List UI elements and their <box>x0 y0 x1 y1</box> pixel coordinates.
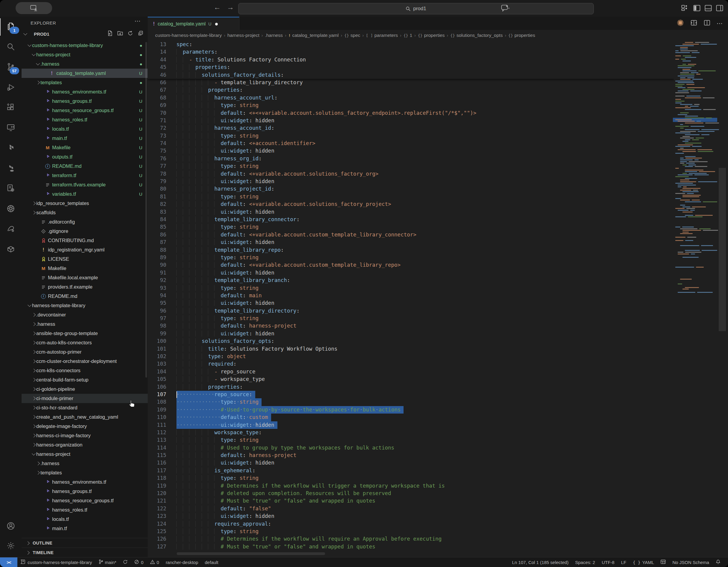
toggle-secondary-sidebar-button[interactable] <box>715 4 724 13</box>
activity-source-control-button[interactable]: 57 <box>0 59 22 76</box>
code-area[interactable]: 13spec:14 parameters:44 - title: Solutio… <box>148 41 674 551</box>
status-eol[interactable]: LF <box>621 560 626 565</box>
toggle-panel-button[interactable] <box>704 4 712 13</box>
nav-back-button[interactable]: ← <box>212 3 222 11</box>
breadcrumb--harness[interactable]: .harness <box>265 33 283 38</box>
status-remote-indicator[interactable]: >< <box>0 557 17 567</box>
sidebar-scrollbar[interactable] <box>145 42 147 378</box>
tree-item-idp-registration-mgr-yaml[interactable]: !idp_registration_mgr.yaml <box>22 245 148 254</box>
activity-settings-gear-button[interactable] <box>0 538 22 555</box>
tree-item-main-tf[interactable]: main.tfU <box>22 134 148 143</box>
collapse-folders-button[interactable] <box>138 30 144 37</box>
breadcrumb-parameters[interactable]: [ ]parameters <box>366 33 398 38</box>
tree-item-makefile-local-example[interactable]: Makefile.local.example <box>22 273 148 282</box>
activity-account-button[interactable] <box>0 518 22 535</box>
tree-item-templates[interactable]: templates● <box>22 78 148 87</box>
explorer-more-actions[interactable]: ⋯ <box>135 17 141 25</box>
tree-item-harness-project[interactable]: harness-project <box>22 450 148 459</box>
tree-item-contributing-md[interactable]: CONTRIBUTING.md <box>22 236 148 245</box>
tree-item-terraform-tfvars-example[interactable]: terraform.tfvars.exampleU <box>22 180 148 189</box>
status-encoding[interactable]: UTF-8 <box>602 560 614 565</box>
tree-item-harness-groups-tf[interactable]: harness_groups.tfU <box>22 96 148 106</box>
tree-item-variables-tf[interactable]: variables.tfU <box>22 189 148 199</box>
status-workspace[interactable]: custom-harness-template-library <box>21 559 92 565</box>
breadcrumb-1[interactable]: {}1 <box>404 33 412 38</box>
activity-extensions-button[interactable] <box>0 99 22 117</box>
command-center-search[interactable]: prod1 <box>238 3 594 14</box>
new-folder-button[interactable] <box>117 30 123 37</box>
activity-search-button[interactable] <box>0 39 22 56</box>
tree-item-readme-md[interactable]: iREADME.md <box>22 292 148 301</box>
tree-item-ccm-cluster-orchestrator-deployment[interactable]: ccm-cluster-orchestrator-deployment <box>22 357 148 366</box>
customize-layout-button[interactable] <box>681 4 689 13</box>
outline-panel-header[interactable]: OUTLINE <box>22 538 148 548</box>
tree-item-ansible-step-group-template[interactable]: ansible-step-group-template <box>22 329 148 338</box>
tree-item--harness[interactable]: .harness● <box>22 59 148 69</box>
status-table-view[interactable] <box>661 560 666 565</box>
breadcrumb-properties[interactable]: {}properties <box>508 33 535 38</box>
tree-item-main-tf[interactable]: main.tf <box>22 524 148 533</box>
nav-forward-button[interactable]: → <box>225 3 235 11</box>
activity-containers-button[interactable] <box>0 241 22 258</box>
screen-share-indicator[interactable] <box>16 2 52 14</box>
tree-item-harness-environments-tf[interactable]: harness_environments.tf <box>22 477 148 487</box>
tree-item-harness-roles-tf[interactable]: harness_roles.tf <box>22 505 148 515</box>
tree-item-readme-md[interactable]: iREADME.mdU <box>22 161 148 171</box>
activity-remote-explorer-button[interactable] <box>0 120 22 137</box>
tree-item-harness-groups-tf[interactable]: harness_groups.tf <box>22 487 148 496</box>
tree-item-ci-golden-pipeline[interactable]: ci-golden-pipeline <box>22 385 148 394</box>
split-editor-icon[interactable] <box>703 19 711 28</box>
tree-item-custom-harness-template-library[interactable]: custom-harness-template-library● <box>22 41 148 50</box>
tree-item--devcontainer[interactable]: .devcontainer <box>22 310 148 320</box>
activity-infra-file-button[interactable] <box>0 180 22 197</box>
editor-horizontal-scrollbar[interactable] <box>177 552 325 555</box>
tree-item-outputs-tf[interactable]: outputs.tfU <box>22 152 148 161</box>
status-rancher[interactable]: rancher-desktop <box>166 560 198 565</box>
tree-item-central-build-farm-setup[interactable]: central-build-farm-setup <box>22 375 148 385</box>
breadcrumb-catalog-template-yaml[interactable]: !catalog_template.yaml <box>289 33 339 38</box>
tree-item-locals-tf[interactable]: locals.tfU <box>22 124 148 134</box>
new-file-button[interactable] <box>107 30 113 37</box>
timeline-panel-header[interactable]: TIMELINE <box>22 548 148 557</box>
open-changes-icon[interactable] <box>690 19 697 28</box>
tree-item-harness-roles-tf[interactable]: harness_roles.tfU <box>22 115 148 124</box>
activity-explorer-button[interactable]: 1 <box>0 18 22 36</box>
tree-item-license[interactable]: LICENSE <box>22 254 148 264</box>
tree-item-terraform-tf[interactable]: terraform.tfU <box>22 171 148 180</box>
tree-item-ccm-auto-k8s-connectors[interactable]: ccm-auto-k8s-connectors <box>22 338 148 347</box>
tree-item-harness-resource-groups-tf[interactable]: harness_resource_groups.tfU <box>22 106 148 115</box>
breadcrumb-spec[interactable]: {}spec <box>344 33 360 38</box>
status-cursor-position[interactable]: Ln 107, Col 1 (185 selected) <box>512 560 568 565</box>
tree-item-templates[interactable]: templates <box>22 468 148 477</box>
tree-item-harness-resource-groups-tf[interactable]: harness_resource_groups.tf <box>22 496 148 505</box>
workspace-section-header[interactable]: PROD1 <box>22 29 148 39</box>
status-warnings[interactable]: 0 <box>150 560 159 565</box>
activity-ansible-button[interactable] <box>0 220 22 238</box>
tree-item-makefile[interactable]: MMakefile <box>22 264 148 273</box>
tree-item--harness[interactable]: .harness <box>22 320 148 329</box>
activity-run-debug-button[interactable] <box>0 79 22 96</box>
tree-item--editorconfig[interactable]: .editorconfig <box>22 217 148 226</box>
refresh-button[interactable] <box>127 30 133 37</box>
activity-terraform-button[interactable] <box>0 140 22 157</box>
status-indentation[interactable]: Spaces: 2 <box>575 560 595 565</box>
breadcrumb-harness-project[interactable]: harness-project <box>227 33 259 38</box>
tree-item-idp-resource-templates[interactable]: idp_resource_templates <box>22 199 148 208</box>
tree-item-harness-environments-tf[interactable]: harness_environments.tfU <box>22 87 148 96</box>
tree-item-harness-template-library[interactable]: harness-template-library <box>22 301 148 310</box>
copilot-chat-button[interactable] <box>501 4 510 13</box>
tree-item--harness[interactable]: .harness <box>22 459 148 468</box>
breadcrumb-properties[interactable]: {}properties <box>418 33 445 38</box>
tab-catalog-template-yaml[interactable]: ! catalog_template.yaml U <box>148 17 239 31</box>
tree-item-harness-project[interactable]: harness-project● <box>22 50 148 59</box>
activity-terraform-cloud-button[interactable] <box>0 160 22 177</box>
status-notifications[interactable] <box>716 559 721 565</box>
tree-item-create-and-push-new-catalog-yaml[interactable]: create_and_push_new_catalog_yaml <box>22 412 148 422</box>
tree-item-providers-tf-example[interactable]: providers.tf.example <box>22 282 148 292</box>
tree-item-ccm-k8s-connectors[interactable]: ccm-k8s-connectors <box>22 366 148 375</box>
tree-item-makefile[interactable]: MMakefileU <box>22 143 148 152</box>
status-branch[interactable]: main* <box>99 559 116 565</box>
tree-item-locals-tf[interactable]: locals.tf <box>22 515 148 524</box>
breadcrumb-solutions-factory-opts[interactable]: {}solutions_factory_opts <box>450 33 503 38</box>
status-json-schema[interactable]: No JSON Schema <box>672 560 709 565</box>
